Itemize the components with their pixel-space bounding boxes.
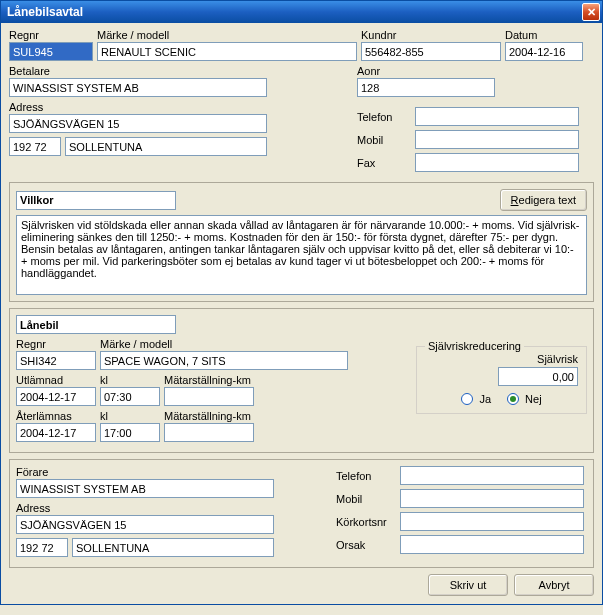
forare-input[interactable] [16, 479, 274, 498]
skrivut-button[interactable]: Skriv ut [428, 574, 508, 596]
sjalvrisk-group-title: Självriskreducering [425, 340, 524, 352]
matarstallning2-label: Mätarställning-km [164, 410, 254, 422]
fax-label: Fax [357, 157, 415, 169]
utlamnad-kl-label: kl [100, 374, 160, 386]
footer: Skriv ut Avbryt [9, 568, 594, 596]
mobil-input[interactable] [415, 130, 579, 149]
regnr-input[interactable] [9, 42, 93, 61]
aterlamnas-kl-label: kl [100, 410, 160, 422]
betalare-label: Betalare [9, 65, 267, 77]
forare-adress-input[interactable] [16, 515, 274, 534]
aonr-label: Aonr [357, 65, 495, 77]
orsak-label: Orsak [336, 539, 400, 551]
sjalvrisk-group: Självriskreducering Självrisk Ja [416, 346, 587, 414]
radio-icon [461, 393, 473, 405]
titlebar: Lånebilsavtal ✕ [1, 1, 602, 23]
redigera-text-button[interactable]: Redigera text [500, 189, 587, 211]
lanebil-regnr-label: Regnr [16, 338, 96, 350]
fax-input[interactable] [415, 153, 579, 172]
forare-telefon-label: Telefon [336, 470, 400, 482]
matarstallning1-label: Mätarställning-km [164, 374, 254, 386]
dialog-window: Lånebilsavtal ✕ Regnr Märke / modell Kun… [0, 0, 603, 605]
aterlamnas-kl-input[interactable] [100, 423, 160, 442]
telefon-label: Telefon [357, 111, 415, 123]
window-title: Lånebilsavtal [7, 5, 83, 19]
lanebil-regnr-input[interactable] [16, 351, 96, 370]
marke-label: Märke / modell [97, 29, 357, 41]
utlamnad-kl-input[interactable] [100, 387, 160, 406]
avbryt-button[interactable]: Avbryt [514, 574, 594, 596]
content-area: Regnr Märke / modell Kundnr Datum Betala… [1, 23, 602, 604]
telefon-input[interactable] [415, 107, 579, 126]
korkortsnr-input[interactable] [400, 512, 584, 531]
postnr-input[interactable] [9, 137, 61, 156]
forare-label: Förare [16, 466, 274, 478]
marke-input[interactable] [97, 42, 357, 61]
forare-telefon-input[interactable] [400, 466, 584, 485]
radio-icon-selected [507, 393, 519, 405]
nej-label: Nej [525, 393, 542, 405]
villkor-section: Redigera text Självrisken vid stöldskada… [9, 182, 594, 302]
orsak-input[interactable] [400, 535, 584, 554]
radio-nej[interactable]: Nej [507, 392, 542, 405]
matarstallning1-input[interactable] [164, 387, 254, 406]
forare-section: Förare Adress [9, 459, 594, 568]
utlamnad-label: Utlämnad [16, 374, 96, 386]
aterlamnas-date-input[interactable] [16, 423, 96, 442]
sjalvrisk-label: Självrisk [537, 353, 578, 365]
ort-input[interactable] [65, 137, 267, 156]
forare-postnr-input[interactable] [16, 538, 68, 557]
kundnr-label: Kundnr [361, 29, 501, 41]
adress-input[interactable] [9, 114, 267, 133]
matarstallning2-input[interactable] [164, 423, 254, 442]
forare-ort-input[interactable] [72, 538, 274, 557]
utlamnad-date-input[interactable] [16, 387, 96, 406]
radio-ja[interactable]: Ja [461, 392, 491, 405]
ja-label: Ja [479, 393, 491, 405]
sjalvrisk-input[interactable] [498, 367, 578, 386]
villkor-text[interactable]: Självrisken vid stöldskada eller annan s… [16, 215, 587, 295]
lanebil-title-input[interactable] [16, 315, 176, 334]
regnr-label: Regnr [9, 29, 93, 41]
kundnr-input[interactable] [361, 42, 501, 61]
datum-label: Datum [505, 29, 583, 41]
lanebil-section: Regnr Märke / modell Utlämnad [9, 308, 594, 453]
lanebil-marke-input[interactable] [100, 351, 348, 370]
betalare-input[interactable] [9, 78, 267, 97]
close-button[interactable]: ✕ [582, 3, 600, 21]
aonr-input[interactable] [357, 78, 495, 97]
villkor-title-input[interactable] [16, 191, 176, 210]
forare-mobil-label: Mobil [336, 493, 400, 505]
lanebil-marke-label: Märke / modell [100, 338, 348, 350]
datum-input[interactable] [505, 42, 583, 61]
mobil-label: Mobil [357, 134, 415, 146]
korkortsnr-label: Körkortsnr [336, 516, 400, 528]
forare-adress-label: Adress [16, 502, 274, 514]
close-icon: ✕ [587, 6, 596, 19]
aterlamnas-label: Återlämnas [16, 410, 96, 422]
forare-mobil-input[interactable] [400, 489, 584, 508]
adress-label: Adress [9, 101, 267, 113]
